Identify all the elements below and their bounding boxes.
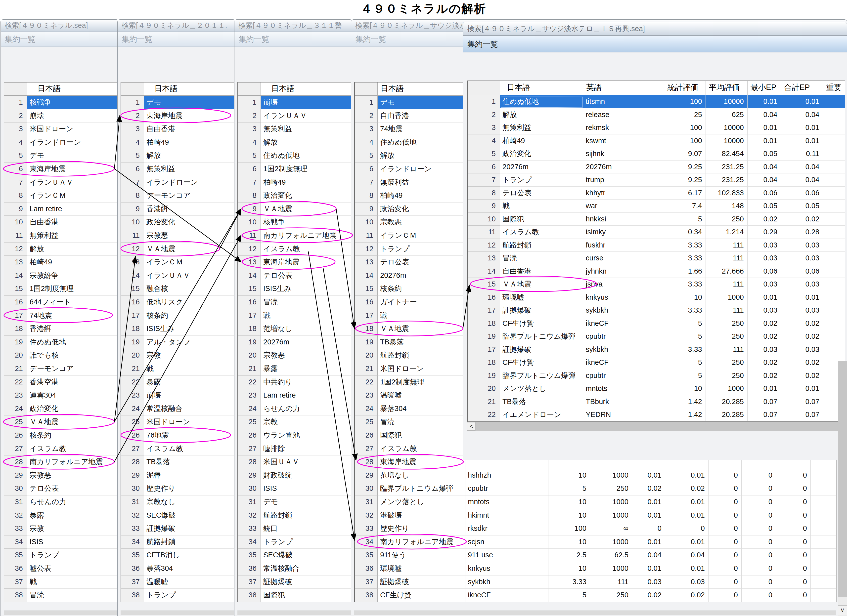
search-window-2[interactable]: 検索[４９０ミネラル＿２０１１.集約一覧日本語1デモ2東海岸地震3自由香港4柏崎… — [117, 19, 236, 616]
window-title-bar[interactable]: 検索[４９０ミネラル＿サウジ淡水テロ＿ＩＳ再興.sea] — [463, 22, 847, 36]
horizontal-scrollbar[interactable] — [354, 610, 836, 615]
table-row[interactable]: 1住めぬ低地titsmn100100000.010.01 — [468, 95, 845, 108]
table-row[interactable]: 27嘘排除 — [238, 442, 353, 456]
table-row[interactable]: 35SEC爆破 — [238, 549, 353, 562]
table-row[interactable]: 24常温核融合 — [121, 402, 236, 416]
table-row[interactable]: 36環境嘘knkyus1010000.010.01000 — [355, 562, 837, 576]
table-row[interactable]: 8イランＣＭ — [4, 189, 119, 202]
table-row[interactable]: 30臨界プルトニウム爆弾cpubtr52500.020.02000 — [355, 482, 837, 495]
table-row[interactable]: 61国2制度無理 — [238, 162, 353, 176]
table-row[interactable]: 35トランプ — [4, 549, 119, 562]
table-row[interactable]: 23崩壊 — [121, 389, 236, 402]
table-row[interactable]: 16環境嘘knkyus1010000.010.01 — [468, 291, 845, 304]
table-row[interactable]: 14テロ公表 — [238, 269, 353, 283]
table-row[interactable]: 9香港餌 — [121, 202, 236, 216]
table-row[interactable]: 21デーモンコア — [4, 362, 119, 376]
table-row[interactable]: 12イスラム教 — [238, 243, 353, 256]
table-row[interactable]: 18CF生け贄ikneCF52500.020.02 — [468, 356, 845, 369]
table-row[interactable]: 10国際犯hnkksi52500.020.02 — [468, 213, 845, 226]
table-row[interactable]: 19臨界プルトニウム爆弾cpubtr52500.020.02 — [468, 330, 845, 343]
table-row[interactable]: 10政治変化 — [121, 216, 236, 229]
table-row[interactable]: 29財政破綻 — [238, 469, 353, 482]
table-row[interactable]: 37証拠爆破 — [238, 576, 353, 589]
table-row[interactable]: 620276m20276m9.25231.250.040.04 — [468, 161, 845, 174]
table-row[interactable]: 16低地リスク — [121, 296, 236, 309]
table-row[interactable]: 1核戦争 — [4, 96, 119, 109]
table-row[interactable]: 18范増なし — [238, 322, 353, 336]
table-row[interactable]: 34航路封鎖 — [121, 535, 236, 549]
table-row[interactable]: 4イランドローン — [4, 136, 119, 149]
table-row[interactable]: 8政治変化 — [238, 189, 353, 202]
table-row[interactable]: 22香港空港 — [4, 376, 119, 389]
table-row[interactable]: 23Lam retire — [238, 389, 353, 402]
table-row[interactable]: 30テロ公表 — [4, 482, 119, 495]
table-row[interactable]: 13東海岸地震 — [238, 256, 353, 269]
table-row[interactable]: 38トランプ — [121, 589, 236, 602]
table-row[interactable]: 15融合核 — [121, 282, 236, 296]
table-row[interactable]: 3自由香港 — [121, 122, 236, 136]
table-row[interactable]: 33証拠爆破 — [121, 522, 236, 535]
table-row[interactable]: 17証拠爆破sykbkh3.331110.030.03 — [468, 343, 845, 356]
horizontal-scrollbar[interactable] — [238, 610, 351, 615]
table-row[interactable]: 28米国ＵＡＶ — [238, 455, 353, 469]
table-row[interactable]: 12航路封鎖fuskhr3.331110.030.03 — [468, 239, 845, 252]
aggregate-list-bar[interactable]: 集約一覧 — [1, 32, 119, 47]
table-row[interactable]: 12ＶＡ地震 — [121, 243, 236, 256]
table-row[interactable]: 18CF生け贄ikneCF52500.020.02 — [468, 317, 845, 330]
table-row[interactable]: 4解放 — [238, 136, 353, 149]
table-row[interactable]: 9戦war7.41480.050.05 — [468, 199, 845, 213]
table-row[interactable]: 24らせんの力 — [238, 402, 353, 416]
table-row[interactable]: 7柏崎49 — [238, 176, 353, 189]
table-row[interactable]: 5住めぬ低地 — [238, 149, 353, 162]
table-row[interactable]: 9Lam retire — [4, 202, 119, 216]
table-row[interactable]: 23連雲304 — [4, 389, 119, 402]
table-row[interactable]: 34トランプ — [238, 535, 353, 549]
table-row[interactable]: 32SEC爆破 — [121, 509, 236, 522]
table-row[interactable]: 26ウラン電池 — [238, 429, 353, 442]
horizontal-scrollbar-thumb[interactable] — [476, 422, 844, 430]
table-row[interactable]: 17証拠爆破sykbkh3.331110.030.03 — [468, 304, 845, 317]
table-row[interactable]: 5政治変化sijhnk9.0782.4540.050.11 — [468, 147, 845, 161]
table-row[interactable]: 19臨界プルトニウム爆弾cpubtr52500.020.02 — [468, 369, 845, 382]
table-row[interactable]: 32港破壊hkimnt1010000.010.01000 — [355, 509, 837, 522]
horizontal-scrollbar[interactable] — [4, 610, 118, 615]
table-row[interactable]: 35CFTB消し — [121, 549, 236, 562]
table-row[interactable]: 2676地震 — [121, 429, 236, 442]
table-row[interactable]: 1774地震 — [4, 309, 119, 323]
table-row[interactable]: 7イランＵＡＶ — [4, 176, 119, 189]
table-row[interactable]: 22中共釣り — [238, 376, 353, 389]
table-row[interactable]: 14イランＵＡＶ — [121, 269, 236, 283]
table-row[interactable]: 11無策利益 — [4, 229, 119, 243]
table-row[interactable]: 2東海岸地震 — [121, 109, 236, 123]
table-row[interactable]: 15ＶＡ地震jsnva3.331110.030.03 — [468, 278, 845, 291]
table-row[interactable]: 13柏崎49 — [4, 256, 119, 269]
table-row[interactable]: 37温暖嘘 — [121, 576, 236, 589]
table-row[interactable]: 31らせんの力 — [4, 495, 119, 509]
aggregate-list-bar[interactable]: 集約一覧 — [463, 36, 847, 52]
table-row[interactable]: 18香港餌 — [4, 322, 119, 336]
table-row[interactable]: 4柏崎49 — [121, 136, 236, 149]
table-row[interactable]: 15ISIS生み — [238, 282, 353, 296]
table-row[interactable]: 20メンツ落としmntots1010000.010.01 — [468, 382, 845, 395]
table-row[interactable]: 38CF生け贄ikneCF52500.020.02000 — [355, 589, 837, 602]
table-row[interactable]: 11宗教悪 — [121, 229, 236, 243]
table-row[interactable]: 31デモ — [238, 495, 353, 509]
table-row[interactable]: 22暴露 — [121, 376, 236, 389]
table-row[interactable]: 27イスラム教 — [4, 442, 119, 456]
table-row[interactable]: 36嘘公表 — [4, 562, 119, 576]
vertical-scrollbar[interactable]: ∨ — [838, 361, 847, 616]
horizontal-scrollbar[interactable] — [121, 610, 235, 615]
table-row[interactable]: 1920276m — [238, 336, 353, 349]
table-row[interactable]: 30ISIS — [238, 482, 353, 495]
table-row[interactable]: 32航路封鎖 — [238, 509, 353, 522]
table-row[interactable]: 33銃口 — [238, 522, 353, 535]
table-row[interactable]: 14宗教紛争 — [4, 269, 119, 283]
table-row[interactable]: 25宗教 — [238, 416, 353, 429]
search-window-1[interactable]: 検索[４９０ミネラル.sea]集約一覧日本語1核戦争2崩壊3米国ドローン4イラン… — [0, 19, 119, 616]
table-row[interactable]: 29泥棒 — [121, 469, 236, 482]
table-row[interactable]: 30歴史作り — [121, 482, 236, 495]
table-row[interactable]: 22イエメンドローンYEDRN1.4220.2850.070.07 — [468, 408, 845, 421]
table-row[interactable]: 31宗教なし — [121, 495, 236, 509]
table-row[interactable]: 3米国ドローン — [4, 122, 119, 136]
table-row[interactable]: 29范増なしhshhzh1010000.010.01000 — [355, 469, 837, 482]
